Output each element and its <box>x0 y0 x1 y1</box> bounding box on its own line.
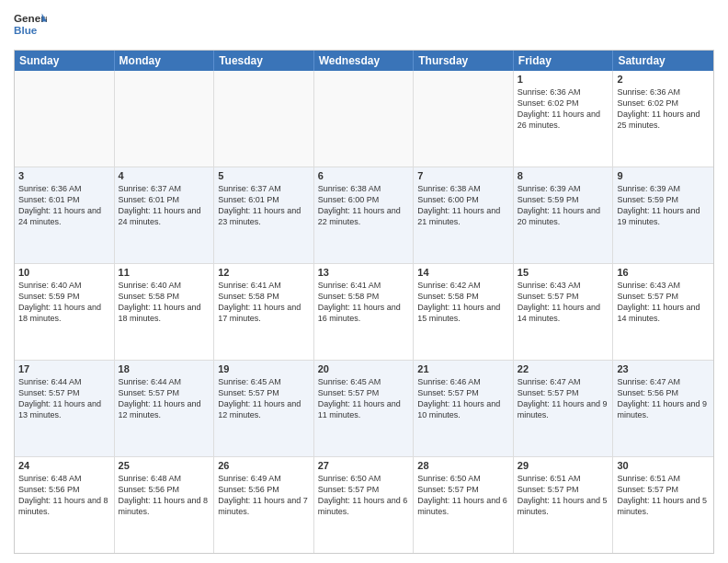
calendar-cell: 11Sunrise: 6:40 AM Sunset: 5:58 PM Dayli… <box>115 264 215 360</box>
calendar-cell: 20Sunrise: 6:45 AM Sunset: 5:57 PM Dayli… <box>314 361 415 456</box>
cell-detail: Sunrise: 6:47 AM Sunset: 5:57 PM Dayligh… <box>518 376 609 421</box>
day-number: 13 <box>318 267 410 278</box>
day-number: 25 <box>119 460 210 471</box>
cell-detail: Sunrise: 6:41 AM Sunset: 5:58 PM Dayligh… <box>318 280 410 325</box>
header-sunday: Sunday <box>15 51 115 71</box>
day-number: 4 <box>119 170 210 181</box>
calendar-body: 1Sunrise: 6:36 AM Sunset: 6:02 PM Daylig… <box>15 71 713 553</box>
cell-detail: Sunrise: 6:36 AM Sunset: 6:01 PM Dayligh… <box>18 183 110 228</box>
calendar-cell: 1Sunrise: 6:36 AM Sunset: 6:02 PM Daylig… <box>514 71 614 167</box>
day-number: 3 <box>18 170 110 181</box>
calendar: Sunday Monday Tuesday Wednesday Thursday… <box>14 50 714 554</box>
cell-detail: Sunrise: 6:38 AM Sunset: 6:00 PM Dayligh… <box>417 183 509 228</box>
calendar-row-5: 24Sunrise: 6:48 AM Sunset: 5:56 PM Dayli… <box>15 457 713 553</box>
header-saturday: Saturday <box>613 51 713 71</box>
cell-detail: Sunrise: 6:42 AM Sunset: 5:58 PM Dayligh… <box>417 280 509 325</box>
day-number: 12 <box>218 267 310 278</box>
calendar-cell: 6Sunrise: 6:38 AM Sunset: 6:00 PM Daylig… <box>314 167 415 263</box>
calendar-cell <box>115 71 215 167</box>
logo-icon: General Blue <box>14 9 47 42</box>
day-number: 2 <box>617 74 710 85</box>
cell-detail: Sunrise: 6:51 AM Sunset: 5:57 PM Dayligh… <box>518 473 609 518</box>
logo: General Blue <box>14 9 47 42</box>
calendar-cell <box>214 71 314 167</box>
cell-detail: Sunrise: 6:36 AM Sunset: 6:02 PM Dayligh… <box>518 86 609 132</box>
day-number: 15 <box>518 267 609 278</box>
calendar-cell <box>314 71 415 167</box>
cell-detail: Sunrise: 6:40 AM Sunset: 5:59 PM Dayligh… <box>18 280 110 325</box>
cell-detail: Sunrise: 6:48 AM Sunset: 5:56 PM Dayligh… <box>18 473 110 518</box>
cell-detail: Sunrise: 6:50 AM Sunset: 5:57 PM Dayligh… <box>417 473 509 518</box>
day-number: 27 <box>318 460 410 471</box>
day-number: 29 <box>518 460 609 471</box>
calendar-cell: 26Sunrise: 6:49 AM Sunset: 5:56 PM Dayli… <box>214 457 314 553</box>
calendar-cell: 27Sunrise: 6:50 AM Sunset: 5:57 PM Dayli… <box>314 457 415 553</box>
day-number: 22 <box>518 363 609 374</box>
day-number: 18 <box>119 363 210 374</box>
day-number: 5 <box>218 170 310 181</box>
cell-detail: Sunrise: 6:36 AM Sunset: 6:02 PM Dayligh… <box>617 86 710 132</box>
day-number: 8 <box>518 170 609 181</box>
day-number: 24 <box>18 460 110 471</box>
header-monday: Monday <box>115 51 215 71</box>
cell-detail: Sunrise: 6:44 AM Sunset: 5:57 PM Dayligh… <box>18 376 110 421</box>
calendar-cell: 15Sunrise: 6:43 AM Sunset: 5:57 PM Dayli… <box>514 264 614 360</box>
cell-detail: Sunrise: 6:45 AM Sunset: 5:57 PM Dayligh… <box>318 376 410 421</box>
calendar-cell: 5Sunrise: 6:37 AM Sunset: 6:01 PM Daylig… <box>214 167 314 263</box>
calendar-cell: 21Sunrise: 6:46 AM Sunset: 5:57 PM Dayli… <box>414 361 514 456</box>
calendar-cell <box>15 71 115 167</box>
calendar-cell: 14Sunrise: 6:42 AM Sunset: 5:58 PM Dayli… <box>414 264 514 360</box>
calendar-row-1: 1Sunrise: 6:36 AM Sunset: 6:02 PM Daylig… <box>15 71 713 167</box>
cell-detail: Sunrise: 6:43 AM Sunset: 5:57 PM Dayligh… <box>617 280 710 325</box>
day-number: 7 <box>417 170 509 181</box>
calendar-cell: 13Sunrise: 6:41 AM Sunset: 5:58 PM Dayli… <box>314 264 415 360</box>
calendar-cell: 28Sunrise: 6:50 AM Sunset: 5:57 PM Dayli… <box>414 457 514 553</box>
calendar-cell: 22Sunrise: 6:47 AM Sunset: 5:57 PM Dayli… <box>514 361 614 456</box>
day-number: 28 <box>417 460 509 471</box>
day-number: 16 <box>617 267 710 278</box>
header: General Blue <box>14 9 714 42</box>
day-number: 10 <box>18 267 110 278</box>
day-number: 19 <box>218 363 310 374</box>
cell-detail: Sunrise: 6:39 AM Sunset: 5:59 PM Dayligh… <box>518 183 609 228</box>
calendar-cell: 4Sunrise: 6:37 AM Sunset: 6:01 PM Daylig… <box>115 167 215 263</box>
cell-detail: Sunrise: 6:41 AM Sunset: 5:58 PM Dayligh… <box>218 280 310 325</box>
calendar-cell: 8Sunrise: 6:39 AM Sunset: 5:59 PM Daylig… <box>514 167 614 263</box>
cell-detail: Sunrise: 6:50 AM Sunset: 5:57 PM Dayligh… <box>318 473 410 518</box>
calendar-cell <box>414 71 514 167</box>
calendar-row-2: 3Sunrise: 6:36 AM Sunset: 6:01 PM Daylig… <box>15 167 713 264</box>
day-number: 30 <box>617 460 710 471</box>
calendar-cell: 9Sunrise: 6:39 AM Sunset: 5:59 PM Daylig… <box>613 167 713 263</box>
cell-detail: Sunrise: 6:51 AM Sunset: 5:57 PM Dayligh… <box>617 473 710 518</box>
calendar-cell: 3Sunrise: 6:36 AM Sunset: 6:01 PM Daylig… <box>15 167 115 263</box>
day-number: 26 <box>218 460 310 471</box>
calendar-cell: 16Sunrise: 6:43 AM Sunset: 5:57 PM Dayli… <box>613 264 713 360</box>
calendar-cell: 18Sunrise: 6:44 AM Sunset: 5:57 PM Dayli… <box>115 361 215 456</box>
svg-text:Blue: Blue <box>14 24 38 36</box>
calendar-row-3: 10Sunrise: 6:40 AM Sunset: 5:59 PM Dayli… <box>15 264 713 361</box>
day-number: 6 <box>318 170 410 181</box>
calendar-cell: 25Sunrise: 6:48 AM Sunset: 5:56 PM Dayli… <box>115 457 215 553</box>
calendar-cell: 19Sunrise: 6:45 AM Sunset: 5:57 PM Dayli… <box>214 361 314 456</box>
cell-detail: Sunrise: 6:40 AM Sunset: 5:58 PM Dayligh… <box>119 280 210 325</box>
cell-detail: Sunrise: 6:44 AM Sunset: 5:57 PM Dayligh… <box>119 376 210 421</box>
calendar-cell: 7Sunrise: 6:38 AM Sunset: 6:00 PM Daylig… <box>414 167 514 263</box>
cell-detail: Sunrise: 6:43 AM Sunset: 5:57 PM Dayligh… <box>518 280 609 325</box>
day-number: 9 <box>617 170 710 181</box>
header-thursday: Thursday <box>414 51 514 71</box>
day-number: 21 <box>417 363 509 374</box>
calendar-cell: 12Sunrise: 6:41 AM Sunset: 5:58 PM Dayli… <box>214 264 314 360</box>
calendar-row-4: 17Sunrise: 6:44 AM Sunset: 5:57 PM Dayli… <box>15 361 713 457</box>
calendar-header: Sunday Monday Tuesday Wednesday Thursday… <box>15 51 713 71</box>
calendar-cell: 24Sunrise: 6:48 AM Sunset: 5:56 PM Dayli… <box>15 457 115 553</box>
cell-detail: Sunrise: 6:46 AM Sunset: 5:57 PM Dayligh… <box>417 376 509 421</box>
calendar-cell: 30Sunrise: 6:51 AM Sunset: 5:57 PM Dayli… <box>613 457 713 553</box>
day-number: 23 <box>617 363 710 374</box>
cell-detail: Sunrise: 6:49 AM Sunset: 5:56 PM Dayligh… <box>218 473 310 518</box>
cell-detail: Sunrise: 6:37 AM Sunset: 6:01 PM Dayligh… <box>119 183 210 228</box>
day-number: 17 <box>18 363 110 374</box>
calendar-cell: 29Sunrise: 6:51 AM Sunset: 5:57 PM Dayli… <box>514 457 614 553</box>
header-wednesday: Wednesday <box>314 51 415 71</box>
cell-detail: Sunrise: 6:37 AM Sunset: 6:01 PM Dayligh… <box>218 183 310 228</box>
calendar-cell: 10Sunrise: 6:40 AM Sunset: 5:59 PM Dayli… <box>15 264 115 360</box>
